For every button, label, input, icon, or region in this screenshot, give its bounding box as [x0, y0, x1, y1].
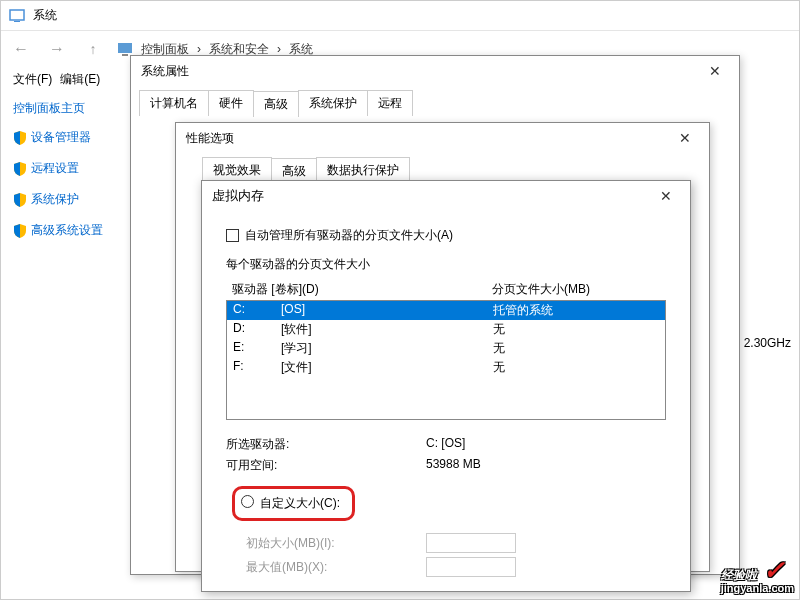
max-size-input[interactable] — [426, 557, 516, 577]
main-titlebar: 系统 — [1, 1, 799, 31]
initial-size-input[interactable] — [426, 533, 516, 553]
system-icon — [9, 8, 25, 24]
auto-manage-checkbox[interactable] — [226, 229, 239, 242]
close-button[interactable]: ✕ — [701, 61, 729, 81]
sidebar-item-label: 设备管理器 — [31, 129, 91, 146]
auto-manage-label: 自动管理所有驱动器的分页文件大小(A) — [245, 227, 453, 244]
custom-size-row[interactable]: 自定义大小(C): — [226, 482, 666, 525]
auto-manage-row[interactable]: 自动管理所有驱动器的分页文件大小(A) — [226, 227, 666, 244]
sidebar-item-device-manager[interactable]: 设备管理器 — [13, 129, 133, 146]
svg-rect-0 — [10, 10, 24, 20]
tab-advanced[interactable]: 高级 — [253, 91, 299, 117]
forward-button[interactable]: → — [45, 37, 69, 61]
drives-section-label: 每个驱动器的分页文件大小 — [226, 256, 666, 273]
highlight-annotation: 自定义大小(C): — [232, 486, 355, 521]
vm-title: 虚拟内存 — [212, 187, 264, 205]
free-space-value: 53988 MB — [426, 457, 666, 474]
menu-file[interactable]: 文件(F) — [13, 71, 52, 88]
custom-size-label: 自定义大小(C): — [260, 495, 340, 512]
sidebar-item-advanced[interactable]: 高级系统设置 — [13, 222, 133, 239]
watermark: 经验啦 ✓ jingyanla.com — [721, 557, 794, 594]
initial-size-row: 初始大小(MB)(I): — [246, 533, 666, 553]
selected-drive-row: 所选驱动器: C: [OS] — [226, 436, 666, 453]
sidebar-item-label: 系统保护 — [31, 191, 79, 208]
sysprops-tabs: 计算机名 硬件 高级 系统保护 远程 — [139, 90, 731, 116]
selected-drive-value: C: [OS] — [426, 436, 666, 453]
check-icon: ✓ — [763, 555, 785, 585]
sysprops-titlebar: 系统属性 ✕ — [131, 56, 739, 86]
max-size-row: 最大值(MB)(X): — [246, 557, 666, 577]
perf-title: 性能选项 — [186, 130, 234, 147]
drive-row[interactable]: E: [学习] 无 — [227, 339, 665, 358]
svg-rect-1 — [14, 21, 20, 22]
shield-icon — [13, 193, 27, 207]
svg-rect-3 — [122, 54, 128, 56]
col-page: 分页文件大小(MB) — [492, 281, 660, 298]
drive-list[interactable]: C: [OS] 托管的系统 D: [软件] 无 E: [学习] 无 F: [文件… — [226, 300, 666, 420]
tab-protection[interactable]: 系统保护 — [298, 90, 368, 116]
virtual-memory-window: 虚拟内存 ✕ 自动管理所有驱动器的分页文件大小(A) 每个驱动器的分页文件大小 … — [201, 180, 691, 592]
custom-size-radio[interactable] — [241, 495, 254, 508]
cpu-info: ) 2.30GHz — [736, 336, 791, 350]
vm-content: 自动管理所有驱动器的分页文件大小(A) 每个驱动器的分页文件大小 驱动器 [卷标… — [202, 211, 690, 597]
up-button[interactable]: ↑ — [81, 37, 105, 61]
drive-row[interactable]: D: [软件] 无 — [227, 320, 665, 339]
sidebar-item-label: 高级系统设置 — [31, 222, 103, 239]
sysprops-title: 系统属性 — [141, 63, 189, 80]
tab-hardware[interactable]: 硬件 — [208, 90, 254, 116]
free-space-row: 可用空间: 53988 MB — [226, 457, 666, 474]
sidebar-item-protection[interactable]: 系统保护 — [13, 191, 133, 208]
svg-rect-2 — [118, 43, 132, 53]
back-button[interactable]: ← — [9, 37, 33, 61]
menu-edit[interactable]: 编辑(E) — [60, 71, 100, 88]
close-button[interactable]: ✕ — [652, 186, 680, 206]
shield-icon — [13, 162, 27, 176]
drive-list-header: 驱动器 [卷标](D) 分页文件大小(MB) — [226, 279, 666, 300]
max-size-label: 最大值(MB)(X): — [246, 559, 426, 576]
vm-titlebar: 虚拟内存 ✕ — [202, 181, 690, 211]
initial-size-label: 初始大小(MB)(I): — [246, 535, 426, 552]
window-title: 系统 — [33, 7, 57, 24]
perf-titlebar: 性能选项 ✕ — [176, 123, 709, 153]
drive-row[interactable]: C: [OS] 托管的系统 — [227, 301, 665, 320]
sidebar-title[interactable]: 控制面板主页 — [13, 100, 133, 117]
tab-computer-name[interactable]: 计算机名 — [139, 90, 209, 116]
sidebar-item-remote[interactable]: 远程设置 — [13, 160, 133, 177]
sidebar: 控制面板主页 设备管理器 远程设置 系统保护 高级系统设置 — [13, 100, 133, 253]
close-button[interactable]: ✕ — [671, 128, 699, 148]
selected-drive-label: 所选驱动器: — [226, 436, 426, 453]
tab-remote[interactable]: 远程 — [367, 90, 413, 116]
free-space-label: 可用空间: — [226, 457, 426, 474]
shield-icon — [13, 224, 27, 238]
shield-icon — [13, 131, 27, 145]
sidebar-item-label: 远程设置 — [31, 160, 79, 177]
col-drive: 驱动器 [卷标](D) — [232, 281, 492, 298]
drive-row[interactable]: F: [文件] 无 — [227, 358, 665, 377]
